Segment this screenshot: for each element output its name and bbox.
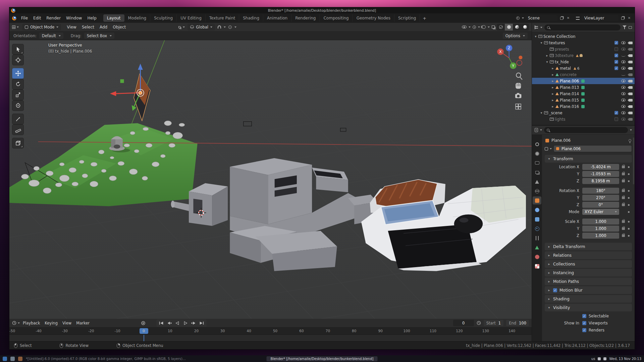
outliner-row[interactable]: ▸ Plane.014 — [532, 90, 635, 97]
outliner-row[interactable]: ▸ Plane.006 — [532, 78, 635, 84]
outliner-row[interactable]: ▸ Plane.013 — [532, 84, 635, 90]
expand-arrow-icon[interactable]: ▸ — [551, 79, 554, 83]
hide-in-viewport-toggle[interactable] — [621, 105, 626, 108]
outliner-editor-icon[interactable] — [535, 25, 538, 29]
scene-name-field[interactable]: Scene — [525, 15, 557, 21]
hide-in-viewport-toggle[interactable] — [621, 118, 626, 121]
taskbar-app-icon[interactable] — [10, 357, 15, 361]
hide-in-viewport-toggle[interactable] — [621, 111, 626, 114]
number-field[interactable]: 180° — [582, 188, 619, 194]
pivot-point-dropdown[interactable] — [178, 26, 185, 28]
lock-icon[interactable] — [622, 166, 625, 168]
transform-orientation-dropdown[interactable]: Global — [187, 24, 215, 31]
disable-in-renders-toggle[interactable] — [629, 99, 633, 102]
viewport-menu[interactable]: Object — [110, 24, 128, 31]
options-dropdown[interactable]: Options — [503, 33, 528, 39]
taskbar-app-icon[interactable] — [3, 357, 7, 361]
jump-to-end-button[interactable] — [198, 320, 205, 326]
proportional-editing-icon[interactable] — [228, 25, 232, 29]
scene-copy-button[interactable] — [559, 15, 564, 21]
workspace-tab[interactable]: Rendering — [291, 14, 320, 22]
orientation-dropdown[interactable]: Default — [39, 33, 63, 39]
properties-tab[interactable] — [533, 196, 541, 204]
properties-tab[interactable] — [533, 187, 541, 195]
timeline-editor-type-button[interactable] — [12, 321, 20, 325]
timeline-ruler[interactable]: 0 -50-40-30-20-1001020304050607080901001… — [9, 327, 532, 335]
collapsed-panel-header[interactable]: ▸ Motion Blur — [545, 286, 632, 294]
rotation-mode-dropdown[interactable]: XYZ Euler — [582, 209, 619, 215]
properties-tab[interactable] — [533, 168, 541, 176]
expand-arrow-icon[interactable]: ▸ — [551, 66, 554, 70]
animate-dot-icon[interactable] — [628, 166, 630, 168]
timeline-menu[interactable]: Marker — [74, 320, 92, 326]
hide-in-viewport-toggle[interactable] — [621, 99, 626, 102]
tool-rotate[interactable] — [12, 79, 23, 89]
filter-dropdown-icon[interactable] — [630, 129, 632, 131]
renders-checkbox[interactable] — [582, 328, 586, 332]
collection-checkbox[interactable] — [614, 54, 618, 57]
auto-keying-toggle[interactable] — [140, 320, 147, 326]
disable-in-renders-toggle[interactable] — [629, 105, 633, 108]
shading-wireframe-button[interactable] — [497, 24, 505, 31]
proportional-dropdown[interactable] — [234, 26, 236, 28]
menubar-menu[interactable]: Window — [63, 15, 85, 21]
number-field[interactable]: 1.000 — [582, 219, 619, 225]
viewport-menu[interactable]: View — [64, 24, 78, 31]
expand-arrow-icon[interactable]: ▾ — [540, 111, 543, 115]
tray-icon[interactable] — [598, 357, 601, 360]
collection-checkbox[interactable] — [614, 66, 618, 70]
outliner-row[interactable]: ▸ metal 6 — [532, 65, 635, 71]
hide-in-viewport-toggle[interactable] — [621, 60, 626, 63]
expand-arrow-icon[interactable]: ▸ — [551, 73, 554, 76]
frame-start-field[interactable]: Start1 — [484, 320, 503, 326]
disable-in-renders-toggle[interactable] — [629, 54, 633, 57]
outliner-item-label[interactable]: presets — [555, 47, 569, 52]
disable-in-renders-toggle[interactable] — [629, 118, 633, 121]
menubar-menu[interactable]: Edit — [31, 15, 44, 21]
outliner-row[interactable]: ▾ textures — [532, 40, 635, 46]
taskbar-app-icon[interactable] — [18, 357, 22, 361]
collection-checkbox[interactable] — [614, 111, 618, 115]
hide-in-viewport-toggle[interactable] — [621, 73, 626, 76]
tray-icon[interactable] — [603, 357, 606, 360]
disable-in-renders-toggle[interactable] — [629, 48, 633, 51]
properties-tab[interactable] — [533, 149, 541, 158]
outliner-row[interactable]: lights — [532, 116, 635, 122]
properties-editor-icon[interactable] — [535, 128, 538, 132]
animate-dot-icon[interactable] — [628, 190, 630, 192]
animate-dot-icon[interactable] — [628, 221, 630, 223]
play-button[interactable] — [182, 320, 189, 326]
outliner-item-label[interactable]: Plane.013 — [560, 85, 579, 90]
new-collection-icon[interactable] — [629, 26, 632, 29]
menubar-menu[interactable]: File — [18, 15, 31, 21]
viewport-menu[interactable]: Select — [79, 24, 97, 31]
number-field[interactable]: 8.1958 m — [582, 178, 619, 184]
viewport-menu[interactable]: Add — [97, 24, 110, 31]
workspace-tab[interactable]: Geometry Nodes — [353, 14, 394, 22]
properties-tab[interactable] — [533, 243, 541, 251]
collapsed-panel-header[interactable]: ▸ Shading — [545, 295, 632, 303]
add-workspace-button[interactable]: + — [420, 15, 429, 21]
expand-arrow-icon[interactable]: ▸ — [551, 92, 554, 96]
number-field[interactable]: -5.4024 m — [582, 164, 619, 170]
outliner-row[interactable]: presets — [532, 46, 635, 52]
menubar-menu[interactable]: Help — [85, 15, 99, 21]
collapsed-panel-header[interactable]: ▸ Motion Paths — [545, 278, 632, 285]
panel-visibility-header[interactable]: ▾Visibility — [545, 304, 632, 311]
frame-end-field[interactable]: End100 — [506, 320, 529, 326]
outliner-item-label[interactable]: Plane.015 — [560, 98, 579, 103]
outliner-item-label[interactable]: textures — [549, 41, 565, 45]
collection-checkbox[interactable] — [614, 117, 618, 121]
overlays-toggle-icon[interactable] — [482, 25, 486, 29]
workspace-tab[interactable]: Scripting — [394, 14, 420, 22]
animate-dot-icon[interactable] — [628, 197, 630, 199]
chevron-down-icon[interactable] — [488, 26, 490, 28]
lock-icon[interactable] — [622, 180, 625, 182]
selectable-checkbox[interactable] — [582, 314, 586, 318]
disable-in-renders-toggle[interactable] — [629, 93, 633, 95]
outliner-item-label[interactable]: concrete — [560, 72, 577, 77]
number-field[interactable]: -1.0593 m — [582, 171, 619, 177]
outliner-item-label[interactable]: metal — [560, 66, 571, 71]
mode-dropdown[interactable]: Object Mode — [22, 24, 61, 31]
outliner-item-label[interactable]: 3dtexture — [555, 53, 574, 58]
